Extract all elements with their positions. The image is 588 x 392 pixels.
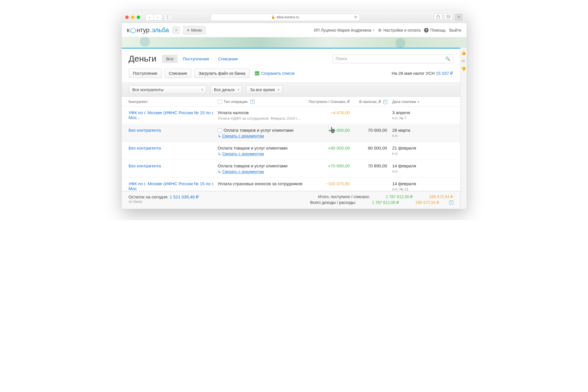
- payment-date: 14 февраля: [392, 181, 427, 186]
- payment-date: 28 марта: [392, 128, 427, 133]
- help-icon: ?: [424, 28, 429, 32]
- counterparty-link[interactable]: Без контрагента: [129, 163, 161, 168]
- counterparty-link[interactable]: Без контрагента: [129, 146, 161, 150]
- xls-icon: XLS: [255, 71, 259, 75]
- balance-label: Остаток на сегодня:: [129, 194, 169, 199]
- new-tab-button[interactable]: +: [455, 14, 463, 21]
- col-operation: Тип операции ?: [218, 100, 304, 104]
- browser-window: ‹ › 🔒 elba.kontur.ru ⟳ + к◯нтур.эльба ▾ …: [122, 12, 466, 209]
- svg-rect-4: [446, 16, 449, 18]
- save-list-link[interactable]: XLS Сохранить список: [255, 71, 295, 76]
- search-icon: 🔍: [445, 56, 450, 61]
- all-income: 1 787 612,00 ₽: [365, 200, 399, 205]
- mail-icon[interactable]: ✉: [462, 59, 465, 63]
- cloud-icon: ◯: [130, 27, 136, 33]
- hamburger-icon: ≡: [187, 28, 189, 32]
- tax-notice: На 28 мая налог УСН 15 537 ₽: [392, 71, 453, 76]
- user-menu[interactable]: ИП Луценко Мария Андреевна ▾: [314, 28, 375, 32]
- operation-type: Оплата товаров и услуг клиентами: [218, 146, 288, 150]
- amount: +70 000,00: [304, 128, 350, 133]
- operation-type: Уплата налогов: [218, 110, 249, 115]
- operation-type: Оплата товаров и услуг клиентами: [218, 163, 288, 168]
- operation-type: Уплата страховых взносов за сотрудников: [218, 181, 302, 186]
- table-row[interactable]: 👆Без контрагентаОплата товаров и услуг к…: [122, 124, 460, 142]
- operation-type: Оплата товаров и услуг клиентами: [224, 128, 294, 133]
- payment-number: п.п.: [392, 151, 427, 156]
- help-icon[interactable]: ?: [449, 200, 453, 204]
- payment-date: 3 апреля: [392, 110, 427, 115]
- tabs-icon[interactable]: [444, 14, 452, 20]
- svg-rect-5: [447, 15, 450, 17]
- table-row[interactable]: УФК по г. Москве (ИФНС России № 15 по г.…: [122, 107, 460, 124]
- table-row[interactable]: Без контрагентаОплата товаров и услуг кл…: [122, 142, 460, 160]
- balance-sub: по банку: [129, 200, 199, 204]
- tax-amount: 60 000,00: [350, 146, 387, 150]
- link-document[interactable]: ↳Связать с документом: [218, 152, 304, 156]
- total-label: Итого, поступило / списано:: [318, 194, 370, 199]
- link-document[interactable]: ↳Связать с документом: [218, 169, 304, 174]
- product-switcher[interactable]: ▾: [172, 26, 180, 34]
- feedback-sidebar: 👍 ✉ 👎: [460, 48, 466, 209]
- table-row[interactable]: Без контрагентаОплата товаров и услуг кл…: [122, 160, 460, 178]
- filter-period[interactable]: За все время ▼: [246, 85, 282, 94]
- link-document[interactable]: ↳Связать с документом: [218, 134, 304, 138]
- amount: +70 890,00: [304, 163, 350, 168]
- close-window-icon[interactable]: [125, 16, 129, 19]
- tax-amount-link[interactable]: 15 537 ₽: [436, 71, 453, 76]
- search-input[interactable]: Поиск 🔍: [333, 54, 453, 63]
- payment-number: п.п. № 11: [392, 187, 427, 191]
- main-content: Деньги Все Поступления Списания Поиск 🔍 …: [122, 48, 460, 209]
- maximize-window-icon[interactable]: [137, 16, 140, 19]
- logout-link[interactable]: Выйти: [449, 28, 461, 32]
- filter-money[interactable]: Все деньги ▼: [210, 85, 242, 94]
- help-link[interactable]: ? Помощь: [424, 28, 446, 32]
- payment-number: п.п. № 7: [392, 116, 427, 120]
- row-checkbox[interactable]: [218, 128, 222, 133]
- gear-icon: ⚙: [378, 28, 382, 32]
- menu-button[interactable]: ≡ Меню: [183, 26, 206, 35]
- amount: −100 075,80: [304, 181, 350, 186]
- thumbs-up-icon[interactable]: 👍: [461, 51, 466, 55]
- total-outcome: 266 572,54 ₽: [422, 194, 453, 199]
- add-income-button[interactable]: Поступление: [129, 69, 162, 78]
- table-header: Контрагент Тип операции ? Поступило / Сп…: [122, 97, 460, 107]
- help-icon[interactable]: ?: [383, 100, 387, 104]
- counterparty-link[interactable]: УФК по г. Москве (ИФНС России № 15 по г.…: [129, 110, 214, 120]
- forward-button[interactable]: ›: [154, 14, 162, 20]
- add-outcome-button[interactable]: Списание: [165, 69, 192, 78]
- col-date[interactable]: Дата платежа ▼: [387, 100, 427, 104]
- operation-sub: Уплата НДФЛ за сотрудников. Февраль 2019…: [218, 116, 304, 121]
- tab-income[interactable]: Поступления: [179, 55, 213, 63]
- counterparty-link[interactable]: УФК по г. Москве (ИФНС России № 15 по г.…: [129, 181, 214, 191]
- help-icon[interactable]: ?: [250, 100, 255, 104]
- payment-number: п.п.: [392, 169, 427, 173]
- minimize-window-icon[interactable]: [131, 16, 134, 19]
- arrow-icon: ↳: [218, 152, 221, 156]
- settings-link[interactable]: ⚙ Настройки и оплата: [378, 28, 421, 32]
- counterparty-link[interactable]: Без контрагента: [129, 128, 161, 133]
- app-header: к◯нтур.эльба ▾ ≡ Меню ИП Луценко Мария А…: [122, 23, 466, 37]
- sidebar-toggle-icon[interactable]: [164, 14, 172, 20]
- tab-outcome[interactable]: Списания: [214, 55, 242, 63]
- tabs: Все Поступления Списания: [162, 55, 242, 63]
- filter-counterparty[interactable]: Все контрагенты ▼: [129, 85, 206, 94]
- col-tax: В налогах, ₽ ?: [350, 100, 387, 104]
- back-button[interactable]: ‹: [146, 14, 154, 20]
- tax-amount: 70 890,00: [350, 163, 387, 168]
- col-agent[interactable]: Контрагент: [129, 100, 218, 104]
- col-amount[interactable]: Поступило / Списано, ₽: [304, 100, 350, 104]
- nav-buttons: ‹ ›: [145, 14, 162, 21]
- logo[interactable]: к◯нтур.эльба: [127, 26, 169, 34]
- reload-icon[interactable]: ⟳: [354, 15, 357, 19]
- tab-all[interactable]: Все: [162, 55, 178, 63]
- select-all-checkbox[interactable]: [218, 100, 222, 104]
- address-bar[interactable]: 🔒 elba.kontur.ru ⟳: [211, 14, 360, 21]
- table-row[interactable]: УФК по г. Москве (ИФНС России № 15 по г.…: [122, 178, 460, 191]
- thumbs-down-icon[interactable]: 👎: [461, 67, 466, 71]
- all-label: Всего доходы / расходы:: [310, 200, 356, 205]
- share-icon[interactable]: [434, 14, 442, 20]
- browser-titlebar: ‹ › 🔒 elba.kontur.ru ⟳ +: [122, 12, 466, 23]
- balance-amount[interactable]: 1 521 039,46 ₽: [169, 194, 199, 199]
- chevron-down-icon: ▼: [277, 88, 280, 91]
- upload-bank-button[interactable]: Загрузить файл из банка: [194, 69, 250, 78]
